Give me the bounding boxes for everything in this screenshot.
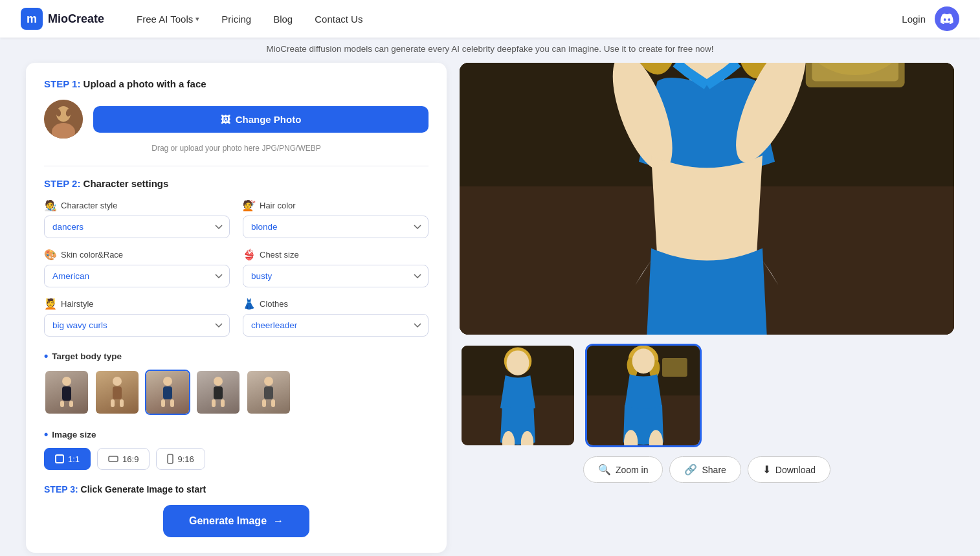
main-image-placeholder bbox=[460, 63, 954, 335]
skin-race-select[interactable]: American Asian African European bbox=[44, 265, 230, 287]
svg-rect-14 bbox=[163, 386, 172, 399]
svg-rect-15 bbox=[161, 399, 165, 407]
upload-area: 🖼 Change Photo bbox=[44, 100, 429, 139]
svg-rect-24 bbox=[271, 399, 275, 407]
zoom-in-button[interactable]: 🔍 Zoom in bbox=[583, 456, 663, 483]
nav-right: Login bbox=[902, 6, 959, 31]
svg-rect-7 bbox=[60, 401, 64, 407]
character-style-icon: 🧑‍🎨 bbox=[44, 199, 57, 212]
nav-contact-us[interactable]: Contact Us bbox=[306, 10, 372, 28]
svg-rect-12 bbox=[120, 399, 124, 407]
svg-point-47 bbox=[507, 350, 529, 375]
main-layout: STEP 1: Upload a photo with a face 🖼 bbox=[0, 63, 980, 556]
hair-color-icon: 💇 bbox=[243, 199, 256, 212]
action-buttons: 🔍 Zoom in 🔗 Share ⬇ Download bbox=[460, 456, 954, 483]
avatar bbox=[44, 100, 83, 139]
logo-text: MioCreate bbox=[48, 12, 104, 26]
svg-rect-25 bbox=[56, 455, 63, 463]
hairstyle-item: 💆 Hairstyle big wavy curls straight curl… bbox=[44, 298, 230, 337]
change-photo-button[interactable]: 🖼 Change Photo bbox=[93, 106, 429, 133]
target-body-type-label: Target body type bbox=[44, 350, 429, 363]
download-button[interactable]: ⬇ Download bbox=[748, 456, 830, 483]
size-9x16-button[interactable]: 9:16 bbox=[156, 448, 205, 470]
hairstyle-icon: 💆 bbox=[44, 298, 57, 310]
image-upload-icon: 🖼 bbox=[221, 114, 230, 125]
svg-rect-6 bbox=[62, 386, 71, 401]
svg-point-21 bbox=[264, 377, 273, 386]
svg-rect-26 bbox=[109, 456, 118, 461]
navbar: m MioCreate Free AI Tools ▾ Pricing Blog… bbox=[0, 0, 980, 38]
svg-rect-27 bbox=[168, 454, 173, 463]
size-1x1-button[interactable]: 1:1 bbox=[44, 448, 91, 470]
svg-rect-18 bbox=[214, 386, 223, 399]
thumbnail-row bbox=[460, 344, 954, 447]
svg-rect-23 bbox=[262, 399, 266, 407]
svg-rect-10 bbox=[113, 386, 122, 399]
svg-point-13 bbox=[163, 377, 172, 386]
body-thumbnails bbox=[44, 370, 429, 415]
svg-rect-8 bbox=[69, 401, 73, 407]
svg-rect-19 bbox=[212, 399, 216, 407]
image-size-label: Image size bbox=[44, 428, 429, 441]
chevron-down-icon: ▾ bbox=[195, 15, 199, 23]
body-thumb-5[interactable] bbox=[246, 370, 291, 415]
logo-icon: m bbox=[21, 8, 43, 30]
login-button[interactable]: Login bbox=[902, 14, 926, 25]
logo-link[interactable]: m MioCreate bbox=[21, 8, 104, 30]
svg-point-17 bbox=[214, 377, 223, 386]
step3-header: STEP 3: Click Generate Image to start bbox=[44, 484, 429, 495]
zoom-in-icon: 🔍 bbox=[598, 463, 611, 476]
generate-image-button[interactable]: Generate Image → bbox=[163, 505, 309, 537]
body-thumb-1[interactable] bbox=[44, 370, 89, 415]
share-icon: 🔗 bbox=[684, 463, 697, 476]
svg-point-9 bbox=[113, 377, 122, 386]
hair-color-item: 💇 Hair color blonde brunette black red bbox=[243, 199, 429, 238]
hairstyle-select[interactable]: big wavy curls straight curly bun ponyta… bbox=[44, 314, 230, 337]
download-icon: ⬇ bbox=[763, 463, 771, 476]
discord-icon[interactable] bbox=[935, 6, 959, 31]
body-thumb-4[interactable] bbox=[195, 370, 241, 415]
svg-rect-16 bbox=[170, 399, 174, 407]
body-thumb-2[interactable] bbox=[95, 370, 140, 415]
size-16x9-button[interactable]: 16:9 bbox=[97, 448, 150, 470]
size-options: 1:1 16:9 9:16 bbox=[44, 448, 429, 470]
svg-point-56 bbox=[632, 349, 655, 374]
svg-point-5 bbox=[62, 377, 71, 386]
chest-size-item: 👙 Chest size small medium busty large bbox=[243, 249, 429, 287]
svg-rect-22 bbox=[264, 386, 273, 399]
drag-hint: Drag or upload your photo here JPG/PNG/W… bbox=[44, 144, 429, 153]
thumbnail-1[interactable] bbox=[460, 344, 576, 447]
character-style-item: 🧑‍🎨 Character style dancers model athlet… bbox=[44, 199, 230, 238]
nav-blog[interactable]: Blog bbox=[264, 10, 302, 28]
main-generated-image bbox=[460, 63, 954, 335]
thumbnail-2[interactable] bbox=[585, 344, 702, 447]
settings-grid: 🧑‍🎨 Character style dancers model athlet… bbox=[44, 199, 429, 337]
clothes-select[interactable]: cheerleader bikini casual formal sportsw… bbox=[243, 314, 429, 337]
clothes-icon: 👗 bbox=[243, 298, 256, 310]
chest-size-icon: 👙 bbox=[243, 249, 256, 261]
share-button[interactable]: 🔗 Share bbox=[669, 456, 741, 483]
nav-pricing[interactable]: Pricing bbox=[212, 10, 260, 28]
avatar-image bbox=[44, 100, 83, 139]
hair-color-select[interactable]: blonde brunette black red bbox=[243, 216, 429, 238]
body-thumb-3[interactable] bbox=[145, 370, 190, 415]
step1-header: STEP 1: Upload a photo with a face bbox=[44, 78, 429, 89]
subtitle-bar: MioCreate diffusion models can generate … bbox=[0, 38, 980, 63]
chest-size-select[interactable]: small medium busty large bbox=[243, 265, 429, 287]
right-panel: 🔍 Zoom in 🔗 Share ⬇ Download bbox=[460, 63, 954, 553]
svg-rect-52 bbox=[662, 358, 687, 377]
svg-rect-11 bbox=[111, 399, 115, 407]
nav-free-ai-tools[interactable]: Free AI Tools ▾ bbox=[128, 10, 208, 28]
skin-race-icon: 🎨 bbox=[44, 249, 57, 261]
clothes-item: 👗 Clothes cheerleader bikini casual form… bbox=[243, 298, 429, 337]
character-style-select[interactable]: dancers model athlete casual bbox=[44, 216, 230, 238]
nav-links: Free AI Tools ▾ Pricing Blog Contact Us bbox=[128, 10, 902, 28]
left-panel: STEP 1: Upload a photo with a face 🖼 bbox=[26, 63, 447, 553]
svg-rect-20 bbox=[221, 399, 225, 407]
skin-race-item: 🎨 Skin color&Race American Asian African… bbox=[44, 249, 230, 287]
step2-header: STEP 2: Character settings bbox=[44, 178, 429, 189]
